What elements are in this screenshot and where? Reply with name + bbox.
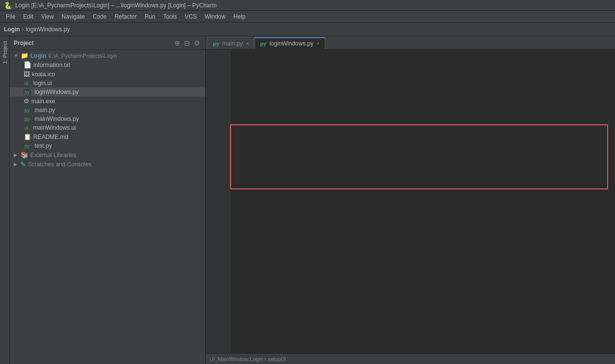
- tree-root-login[interactable]: ▼ 📁 Login E:\A_PycharmProjects\Login: [10, 51, 205, 60]
- tab-main-py[interactable]: py main.py ×: [208, 37, 254, 49]
- tree-item-readme-md[interactable]: 📋 README.md: [10, 132, 205, 141]
- tab-close-icon[interactable]: ×: [246, 41, 249, 46]
- tree-file-label: test.py: [35, 142, 52, 149]
- project-header-icons: ⊕ ⊟ ⚙: [173, 38, 201, 48]
- expand-arrow2: ▶: [14, 161, 20, 167]
- project-panel: Project ⊕ ⊟ ⚙ ▼ 📁 Login E:\A_PycharmProj…: [10, 36, 206, 364]
- tree-item-information-txt[interactable]: 📄 information.txt: [10, 60, 205, 69]
- folder-icon: 📁: [21, 52, 28, 59]
- menu-item-vcs[interactable]: VCS: [181, 12, 201, 21]
- tree-item-main-py[interactable]: py main.py: [10, 106, 205, 114]
- tree-path-label: E:\A_PycharmProjects\Login: [48, 53, 117, 59]
- editor-area: py main.py × py loginWindows.py × Ui_Mai…: [206, 36, 615, 364]
- menu-item-edit[interactable]: Edit: [19, 12, 37, 21]
- bottom-nav: Ui_MainWindow.Login › setupUi: [206, 353, 615, 364]
- tree-file-label: README.md: [33, 134, 68, 140]
- library-icon: 📚: [21, 151, 28, 159]
- exe-file-icon: ⚙: [24, 97, 29, 105]
- py-file-icon4: py: [24, 143, 31, 149]
- ui-file-icon: ui: [24, 80, 29, 87]
- tree-item-koala-ico[interactable]: 🖼 koala.ico: [10, 69, 205, 79]
- app-icon: 🐍: [4, 1, 12, 9]
- menu-item-view[interactable]: View: [37, 12, 58, 21]
- main-layout: 1: Project Project ⊕ ⊟ ⚙ ▼ 📁 Login E:\A_…: [0, 36, 615, 364]
- tree-item-scratches[interactable]: ▶ ✎ Scratches and Consoles: [10, 159, 205, 169]
- tab-close-icon2[interactable]: ×: [316, 41, 319, 46]
- scratches-icon: ✎: [21, 160, 26, 168]
- breadcrumb-project: Login: [4, 26, 20, 33]
- tree-file-label: mainWindows.py: [35, 115, 79, 122]
- py-icon: py: [213, 41, 219, 46]
- breadcrumb-sep1: ›: [22, 26, 24, 33]
- tree-file-label: login.ui: [33, 80, 52, 87]
- menu-item-refactor[interactable]: Refactor: [111, 12, 141, 21]
- ico-file-icon: 🖼: [24, 70, 30, 78]
- settings-gear-icon[interactable]: ⚙: [193, 38, 201, 48]
- menubar: FileEditViewNavigateCodeRefactorRunTools…: [0, 11, 615, 23]
- breadcrumb: Login › loginWindows.py: [0, 23, 615, 36]
- tree-login-folder-label: Login: [30, 52, 47, 59]
- tree-file-label: information.txt: [33, 62, 70, 68]
- tree-item-login-ui[interactable]: ui login.ui: [10, 79, 205, 88]
- breadcrumb-file: loginWindows.py: [26, 26, 70, 33]
- menu-item-window[interactable]: Window: [201, 12, 230, 21]
- tree-external-label: External Libraries: [30, 152, 76, 159]
- tab-label-active: loginWindows.py: [269, 40, 313, 47]
- title-text: Login [E:\A_PycharmProjects\Login] – ...…: [15, 2, 217, 9]
- project-tree: ▼ 📁 Login E:\A_PycharmProjects\Login 📄 i…: [10, 50, 205, 364]
- tree-file-label: mainWindows.ui: [33, 124, 76, 131]
- side-panel-tab[interactable]: 1: Project: [0, 36, 10, 364]
- tree-file-label: main.exe: [31, 98, 55, 105]
- project-title: Project: [14, 40, 34, 46]
- project-side-tab[interactable]: 1: Project: [1, 38, 9, 67]
- tree-item-test-py[interactable]: py test.py: [10, 141, 205, 150]
- tree-file-label: koala.ico: [32, 71, 55, 78]
- tree-item-loginwindows-py[interactable]: py loginWindows.py: [10, 88, 205, 96]
- tree-file-label: loginWindows.py: [35, 89, 79, 95]
- txt-file-icon: 📄: [24, 61, 31, 68]
- tree-item-external-libraries[interactable]: ▶ 📚 External Libraries: [10, 150, 205, 159]
- collapse-icon[interactable]: ⊟: [183, 38, 191, 48]
- tree-item-mainwindows-py[interactable]: py mainWindows.py: [10, 114, 205, 123]
- menu-item-tools[interactable]: Tools: [159, 12, 181, 21]
- code-editor[interactable]: [206, 50, 615, 353]
- tab-bar: py main.py × py loginWindows.py ×: [206, 36, 615, 50]
- new-file-icon[interactable]: ⊕: [173, 38, 181, 48]
- line-numbers: [206, 50, 230, 353]
- tree-expand-arrow: ▼: [14, 53, 20, 58]
- tree-item-main-exe[interactable]: ⚙ main.exe: [10, 96, 205, 106]
- tab-loginwindows-py[interactable]: py loginWindows.py ×: [255, 37, 325, 49]
- selection-box: [230, 124, 608, 189]
- tab-label: main.py: [222, 40, 243, 47]
- md-file-icon: 📋: [24, 133, 31, 140]
- menu-item-navigate[interactable]: Navigate: [58, 12, 89, 21]
- menu-item-file[interactable]: File: [2, 12, 19, 21]
- expand-arrow: ▶: [14, 152, 20, 158]
- tree-scratches-label: Scratches and Consoles: [28, 161, 92, 168]
- code-content[interactable]: [230, 50, 615, 353]
- tree-file-label: main.py: [35, 107, 55, 114]
- bottom-nav-text: Ui_MainWindow.Login › setupUi: [210, 356, 286, 362]
- menu-item-help[interactable]: Help: [230, 12, 250, 21]
- menu-item-run[interactable]: Run: [141, 12, 159, 21]
- ui-file-icon2: ui: [24, 125, 29, 131]
- titlebar: 🐍 Login [E:\A_PycharmProjects\Login] – .…: [0, 0, 615, 11]
- project-panel-header: Project ⊕ ⊟ ⚙: [10, 36, 205, 50]
- py-icon2: py: [260, 41, 266, 46]
- py-file-icon: py: [24, 89, 31, 95]
- py-file-icon3: py: [24, 116, 31, 122]
- py-file-icon2: py: [24, 107, 31, 114]
- menu-item-code[interactable]: Code: [89, 12, 111, 21]
- tree-item-mainwindows-ui[interactable]: ui mainWindows.ui: [10, 123, 205, 132]
